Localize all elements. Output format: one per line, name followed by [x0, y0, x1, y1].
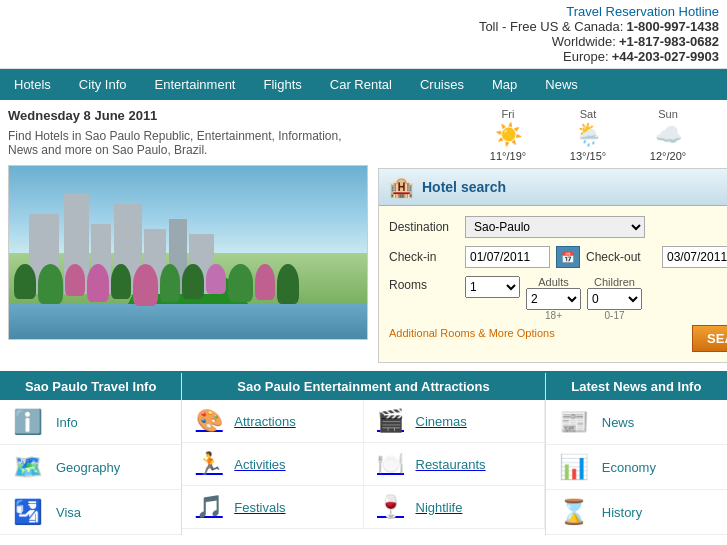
tree-pink5	[255, 264, 275, 300]
top-right-area: Fri ☀️ 11°/19° Sat 🌦️ 13°/15° Sun ☁️ 12°…	[378, 108, 727, 363]
worldwide-number: +1-817-983-0682	[619, 34, 719, 49]
checkout-label: Check-out	[586, 250, 656, 264]
nav-flights[interactable]: Flights	[249, 69, 315, 100]
history-icon: ⌛	[556, 498, 592, 526]
news-item-news[interactable]: 📰 News	[546, 400, 727, 445]
rooms-col: 123	[465, 276, 520, 298]
news-item-economy[interactable]: 📊 Economy	[546, 445, 727, 490]
nav-city-info[interactable]: City Info	[65, 69, 141, 100]
nav-hotels[interactable]: Hotels	[0, 69, 65, 100]
destination-select[interactable]: Sao-Paulo	[465, 216, 645, 238]
festivals-label: Festivals	[234, 500, 285, 515]
rooms-label: Rooms	[389, 276, 459, 292]
hotel-search-title: Hotel search	[422, 179, 506, 195]
economy-icon: 📊	[556, 453, 592, 481]
destination-label: Destination	[389, 220, 459, 234]
economy-label: Economy	[602, 460, 656, 475]
main-top: Wednesday 8 June 2011 Find Hotels in Sao…	[0, 100, 727, 371]
adults-label: Adults	[538, 276, 569, 288]
page-description: Find Hotels in Sao Paulo Republic, Enter…	[8, 129, 368, 157]
cinemas-label: Cinemas	[416, 414, 467, 429]
tree-pink	[65, 264, 85, 296]
left-info: Wednesday 8 June 2011 Find Hotels in Sao…	[8, 108, 368, 363]
news-item-history[interactable]: ⌛ History	[546, 490, 727, 535]
activities-icon: 🏃	[192, 451, 226, 477]
weather-fri: Fri ☀️ 11°/19°	[468, 108, 548, 162]
nav-map[interactable]: Map	[478, 69, 531, 100]
visa-label: Visa	[56, 505, 81, 520]
checkin-calendar-button[interactable]: 📅	[556, 246, 580, 268]
destination-row: Destination Sao-Paulo	[389, 216, 727, 238]
weather-mon: Mon ☀️ 12°/21°	[708, 108, 727, 162]
travel-info-items: ℹ️ Info 🗺️ Geography 🛂 Visa	[0, 400, 181, 535]
info-icon: ℹ️	[10, 408, 46, 436]
info-label: Info	[56, 415, 78, 430]
hotel-search-box: 🏨 Hotel search Destination Sao-Paulo Che…	[378, 168, 727, 363]
restaurants-label: Restaurants	[416, 457, 486, 472]
tree-pink3	[133, 264, 158, 306]
nav-news[interactable]: News	[531, 69, 592, 100]
europe-label: Europe:	[563, 49, 609, 64]
rooms-row: Rooms 123 Adults 213 18+ Chil	[389, 276, 727, 321]
festivals-icon: 🎵	[192, 494, 226, 520]
rooms-select[interactable]: 123	[465, 276, 520, 298]
checkin-input[interactable]	[465, 246, 550, 268]
geography-label: Geography	[56, 460, 120, 475]
nav-entertainment[interactable]: Entertainment	[141, 69, 250, 100]
weather-strip: Fri ☀️ 11°/19° Sat 🌦️ 13°/15° Sun ☁️ 12°…	[378, 108, 727, 162]
adults-col: Adults 213 18+	[526, 276, 581, 321]
adults-select[interactable]: 213	[526, 288, 581, 310]
attractions-label: Attractions	[234, 414, 295, 429]
cinemas-icon: 🎬	[374, 408, 408, 434]
weather-sat: Sat 🌦️ 13°/15°	[548, 108, 628, 162]
toll-free-label: Toll - Free US & Canada:	[479, 19, 624, 34]
tree	[160, 264, 180, 302]
search-button[interactable]: SEARCH	[692, 325, 727, 352]
travel-info-item-visa[interactable]: 🛂 Visa	[0, 490, 181, 535]
nightlife-icon: 🍷	[374, 494, 408, 520]
news-header: Latest News and Info	[546, 373, 727, 400]
children-label: Children	[594, 276, 635, 288]
worldwide-label: Worldwide:	[552, 34, 616, 49]
ent-item-activities[interactable]: 🏃 Activities	[182, 443, 363, 486]
ent-item-nightlife[interactable]: 🍷 Nightlife	[364, 486, 545, 529]
tree	[38, 264, 63, 304]
hotel-search-header: 🏨 Hotel search	[379, 169, 727, 206]
news-items: 📰 News 📊 Economy ⌛ History	[546, 400, 727, 535]
checkout-input[interactable]	[662, 246, 727, 268]
restaurants-icon: 🍽️	[374, 451, 408, 477]
nav-car-rental[interactable]: Car Rental	[316, 69, 406, 100]
ent-item-restaurants[interactable]: 🍽️ Restaurants	[364, 443, 545, 486]
ent-item-attractions[interactable]: 🎨 Attractions	[182, 400, 363, 443]
children-select[interactable]: 012	[587, 288, 642, 310]
hotel-icon: 🏨	[389, 175, 414, 199]
nav-cruises[interactable]: Cruises	[406, 69, 478, 100]
ent-item-cinemas[interactable]: 🎬 Cinemas	[364, 400, 545, 443]
toll-free-number: 1-800-997-1438	[626, 19, 719, 34]
children-sub-label: 0-17	[604, 310, 624, 321]
hotline-title: Travel Reservation Hotline	[566, 4, 719, 19]
news-label: News	[602, 415, 635, 430]
tree	[228, 264, 253, 302]
travel-info-header: Sao Paulo Travel Info	[0, 373, 181, 400]
travel-info-item-geography[interactable]: 🗺️ Geography	[0, 445, 181, 490]
ent-item-festivals[interactable]: 🎵 Festivals	[182, 486, 363, 529]
weather-sun: Sun ☁️ 12°/20°	[628, 108, 708, 162]
visa-icon: 🛂	[10, 498, 46, 526]
additional-search-row: Additional Rooms & More Options SEARCH	[389, 325, 727, 352]
main-nav: Hotels City Info Entertainment Flights C…	[0, 69, 727, 100]
activities-label: Activities	[234, 457, 285, 472]
bottom-sections: Sao Paulo Travel Info ℹ️ Info 🗺️ Geograp…	[0, 371, 727, 535]
additional-rooms-link[interactable]: Additional Rooms & More Options	[389, 327, 555, 339]
children-col: Children 012 0-17	[587, 276, 642, 321]
travel-info-item-info[interactable]: ℹ️ Info	[0, 400, 181, 445]
tree	[182, 264, 204, 299]
checkin-checkout-row: Check-in 📅 Check-out 📅	[389, 246, 727, 268]
tree	[111, 264, 131, 299]
hotel-search-body: Destination Sao-Paulo Check-in 📅 Check-o…	[379, 206, 727, 362]
tree-pink2	[87, 264, 109, 302]
geography-icon: 🗺️	[10, 453, 46, 481]
tree	[14, 264, 36, 299]
history-label: History	[602, 505, 642, 520]
hotline-bar: Travel Reservation Hotline Toll - Free U…	[0, 0, 727, 69]
